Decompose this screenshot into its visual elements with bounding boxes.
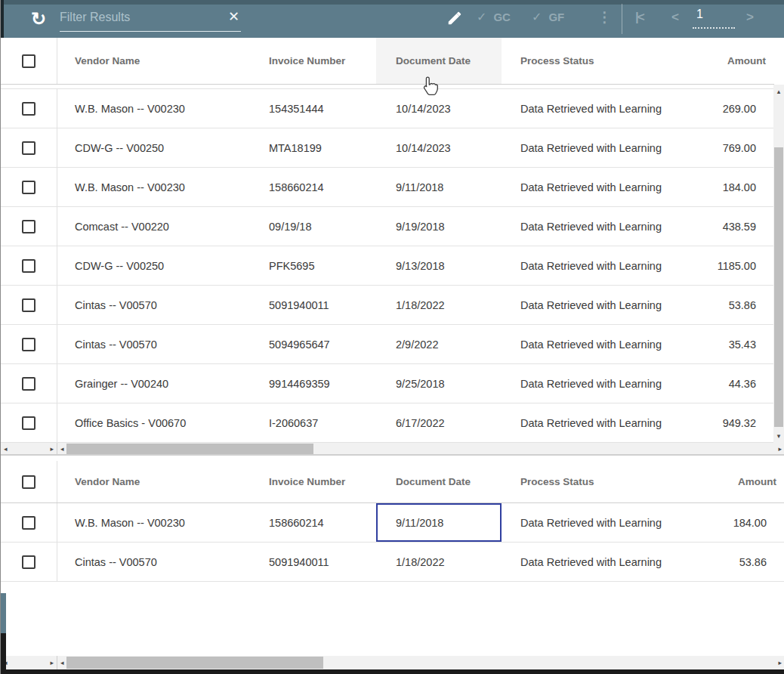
- row-checkbox[interactable]: [22, 102, 35, 116]
- cell-invoice[interactable]: 5091940011: [252, 286, 376, 324]
- cell-date[interactable]: 9/19/2018: [376, 207, 502, 246]
- cell-status[interactable]: Data Retrieved with Learning: [502, 543, 665, 581]
- vertical-scrollbar-thumb[interactable]: [774, 147, 783, 427]
- table-row[interactable]: W.B. Mason -- V002301586602149/11/2018Da…: [1, 503, 784, 543]
- cell-amount[interactable]: 184.00: [665, 503, 784, 542]
- cell-date[interactable]: 10/14/2023: [376, 128, 502, 167]
- row-checkbox[interactable]: [22, 377, 35, 391]
- cell-invoice[interactable]: PFK5695: [252, 246, 376, 285]
- vertical-scrollbar[interactable]: ▴ ▾: [773, 85, 784, 443]
- cell-vendor[interactable]: W.B. Mason -- V00230: [57, 503, 252, 542]
- column-header-invoice[interactable]: Invoice Number: [252, 55, 376, 66]
- cell-date[interactable]: 10/14/2023: [376, 89, 502, 128]
- column-header-amount[interactable]: Amount: [665, 476, 784, 487]
- cell-status[interactable]: Data Retrieved with Learning: [502, 128, 665, 167]
- select-all-checkbox[interactable]: [22, 475, 35, 489]
- cell-vendor[interactable]: Office Basics - V00670: [57, 403, 252, 442]
- cell-invoice[interactable]: 158660214: [252, 503, 376, 542]
- cell-date[interactable]: 1/18/2022: [376, 543, 502, 581]
- cell-date[interactable]: 1/18/2022: [376, 286, 502, 324]
- row-checkbox[interactable]: [22, 555, 35, 569]
- column-header-date[interactable]: Document Date: [376, 476, 502, 487]
- table-row[interactable]: Cintas -- V0057050919400111/18/2022Data …: [1, 286, 774, 325]
- cell-amount[interactable]: 53.86: [665, 543, 784, 581]
- cell-amount[interactable]: 1185.00: [665, 246, 774, 285]
- cell-invoice[interactable]: MTA18199: [252, 128, 376, 167]
- table-row[interactable]: CDW-G -- V00250MTA1819910/14/2023Data Re…: [1, 128, 774, 168]
- cell-vendor[interactable]: CDW-G -- V00250: [57, 128, 252, 167]
- cell-date[interactable]: 9/11/2018: [376, 503, 502, 542]
- cell-amount[interactable]: 44.36: [665, 364, 774, 403]
- cell-status[interactable]: Data Retrieved with Learning: [502, 503, 665, 542]
- cell-status[interactable]: Data Retrieved with Learning: [502, 364, 665, 403]
- refresh-button[interactable]: ↻: [28, 7, 49, 31]
- cell-date[interactable]: 6/17/2022: [376, 403, 502, 442]
- cell-status[interactable]: Data Retrieved with Learning: [502, 207, 665, 246]
- row-checkbox[interactable]: [22, 220, 35, 233]
- cell-amount[interactable]: 269.00: [665, 89, 774, 128]
- scroll-left-icon[interactable]: ◂: [60, 656, 64, 669]
- row-checkbox[interactable]: [22, 516, 35, 530]
- cell-status[interactable]: Data Retrieved with Learning: [502, 325, 665, 363]
- cell-amount[interactable]: 438.59: [665, 207, 774, 246]
- scroll-left-icon[interactable]: ◂: [4, 443, 8, 455]
- column-header-invoice[interactable]: Invoice Number: [252, 476, 376, 487]
- scroll-up-icon[interactable]: ▴: [773, 86, 784, 97]
- cell-amount[interactable]: 184.00: [665, 168, 774, 206]
- cell-vendor[interactable]: W.B. Mason -- V00230: [57, 168, 252, 206]
- select-all-checkbox[interactable]: [22, 54, 35, 68]
- scroll-right-icon[interactable]: ▸: [50, 443, 54, 455]
- cell-amount[interactable]: 35.43: [665, 325, 774, 363]
- cell-invoice[interactable]: 158660214: [252, 168, 376, 206]
- cell-amount[interactable]: 769.00: [665, 128, 774, 167]
- filter-input[interactable]: [60, 6, 211, 29]
- gc-button[interactable]: ✓ GC: [477, 10, 511, 24]
- table-row[interactable]: Comcast -- V0022009/19/189/19/2018Data R…: [1, 207, 774, 246]
- row-checkbox[interactable]: [22, 338, 35, 351]
- table-row[interactable]: CDW-G -- V00250PFK56959/13/2018Data Retr…: [1, 246, 774, 286]
- next-page-button[interactable]: >: [746, 10, 752, 25]
- table-row[interactable]: Cintas -- V0057050949656472/9/2022Data R…: [1, 325, 774, 364]
- frozen-column-scrollbar[interactable]: ◂ ▸: [1, 443, 57, 455]
- frozen-column-scrollbar[interactable]: ◂ ▸: [1, 656, 57, 669]
- gf-button[interactable]: ✓ GF: [532, 10, 564, 24]
- cell-vendor[interactable]: Cintas -- V00570: [57, 286, 252, 324]
- more-menu-icon[interactable]: ⋮: [597, 8, 612, 26]
- cell-status[interactable]: Data Retrieved with Learning: [502, 89, 665, 128]
- scroll-right-icon[interactable]: ▸: [50, 656, 54, 669]
- column-header-status[interactable]: Process Status: [502, 55, 665, 66]
- row-checkbox[interactable]: [22, 259, 35, 273]
- horizontal-scrollbar-thumb[interactable]: [66, 657, 323, 669]
- cell-date[interactable]: 9/25/2018: [376, 364, 502, 403]
- cell-vendor[interactable]: Grainger -- V00240: [57, 364, 252, 403]
- cell-vendor[interactable]: CDW-G -- V00250: [57, 246, 252, 285]
- edit-icon[interactable]: [446, 10, 463, 29]
- cell-date[interactable]: 9/11/2018: [376, 168, 502, 206]
- cell-status[interactable]: Data Retrieved with Learning: [502, 168, 665, 206]
- cell-date[interactable]: 2/9/2022: [376, 325, 502, 363]
- prev-page-button[interactable]: <: [671, 10, 678, 25]
- cell-status[interactable]: Data Retrieved with Learning: [502, 286, 665, 324]
- first-page-button[interactable]: |<: [635, 10, 644, 25]
- column-header-vendor[interactable]: Vendor Name: [57, 476, 252, 487]
- clear-filter-icon[interactable]: ✕: [228, 8, 239, 25]
- scroll-right-icon[interactable]: ▸: [778, 443, 782, 455]
- main-scrollbar[interactable]: ◂ ▸: [57, 656, 784, 669]
- row-checkbox[interactable]: [22, 416, 35, 430]
- page-number-input[interactable]: 1: [693, 8, 735, 29]
- cell-invoice[interactable]: 5091940011: [252, 543, 376, 581]
- table-row[interactable]: W.B. Mason -- V002301586602149/11/2018Da…: [1, 168, 774, 207]
- table-row[interactable]: Office Basics - V00670I-20606376/17/2022…: [1, 403, 774, 443]
- cell-invoice[interactable]: 9914469359: [252, 364, 376, 403]
- cell-status[interactable]: Data Retrieved with Learning: [502, 246, 665, 285]
- column-header-date[interactable]: Document Date: [376, 38, 502, 84]
- row-checkbox[interactable]: [22, 141, 35, 155]
- cell-invoice[interactable]: 5094965647: [252, 325, 376, 363]
- cell-amount[interactable]: 53.86: [665, 286, 774, 324]
- row-checkbox[interactable]: [22, 181, 35, 194]
- column-header-status[interactable]: Process Status: [502, 476, 665, 487]
- cell-vendor[interactable]: Cintas -- V00570: [57, 325, 252, 363]
- cell-date[interactable]: 9/13/2018: [376, 246, 502, 285]
- scroll-left-icon[interactable]: ◂: [60, 443, 64, 455]
- column-header-amount[interactable]: Amount: [665, 55, 774, 66]
